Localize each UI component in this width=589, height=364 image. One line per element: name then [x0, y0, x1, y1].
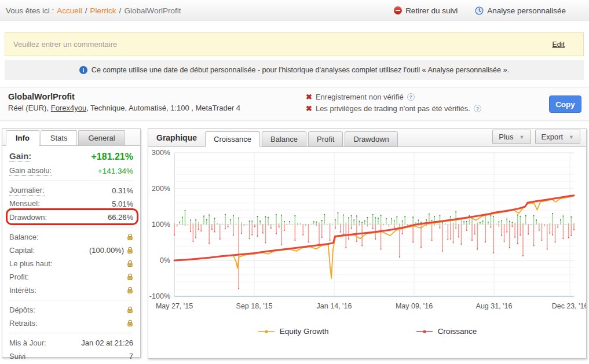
stats-panel: Info Stats General Gain: +181.21% Gain a… [2, 128, 141, 358]
stat-value-mensuel: 5.01% [112, 200, 133, 208]
tab-info[interactable]: Info [6, 130, 39, 146]
lock-icon [127, 319, 133, 327]
breadcrumb-separator: / [85, 6, 87, 15]
export-dropdown-label: Export [542, 133, 564, 141]
info-icon: i [79, 66, 87, 74]
lock-icon [127, 306, 133, 314]
stat-label-depots: Dépôts: [9, 306, 35, 314]
divider [9, 181, 133, 181]
legend-marker-croissance [416, 329, 433, 334]
chart-header: Graphique Croissance Balance Profit Draw… [148, 129, 586, 147]
chart-card: Graphique Croissance Balance Profit Draw… [148, 128, 587, 359]
stat-label-gain-absolu: Gain absolu: [9, 166, 52, 176]
breadcrumb: Vous êtes ici : Accueil / Pierrick / Glo… [6, 6, 181, 15]
breadcrumb-bar: Vous êtes ici : Accueil / Pierrick / Glo… [0, 0, 589, 21]
stat-label-retraits: Retraits: [9, 319, 37, 328]
comment-placeholder: Veuillez entrer un commentaire [13, 40, 117, 49]
svg-text:0%: 0% [160, 256, 170, 264]
tab-stats[interactable]: Stats [41, 130, 78, 146]
lock-icon [127, 273, 133, 281]
red-x-icon: ✖ [306, 105, 312, 112]
tab-croissance[interactable]: Croissance [205, 131, 260, 147]
chevron-down-icon: ▼ [520, 134, 525, 140]
stat-row-mis-a-jour: Mis à Jour: Jan 02 at 21:26 [9, 336, 133, 350]
comment-input[interactable]: Veuillez entrer un commentaire Edit [5, 32, 584, 56]
stats-panel-tabs: Info Stats General [2, 129, 140, 146]
plus-dropdown-label: Plus [499, 133, 513, 141]
warning-row: ✖ Les privilèges de trading n'ont pas ét… [306, 104, 481, 113]
chart-title: Graphique [156, 133, 197, 142]
breadcrumb-link-accueil[interactable]: Accueil [57, 6, 82, 15]
stat-row-interets: Intérêts: [9, 284, 133, 297]
minus-circle-icon [394, 6, 402, 14]
legend-marker-equity [258, 329, 275, 334]
custom-analysis-label: Analyse personnalisée [487, 6, 566, 15]
export-dropdown[interactable]: Export ▼ [535, 130, 581, 144]
legend-item-croissance[interactable]: Croissance [416, 327, 477, 336]
stat-label-capital: Capital: [9, 246, 35, 255]
stat-label-gain: Gain: [9, 151, 31, 162]
stat-label-balance: Balance: [9, 233, 39, 241]
stat-value-suivi: 7 [129, 352, 133, 361]
stat-row-capital: Capital: (100.00%) [9, 244, 133, 257]
stat-label-suivi: Suivi [9, 352, 25, 361]
stat-row-gain-absolu: Gain absolu: +141.34% [9, 164, 133, 178]
stat-row-drawdown: Drawdown: 66.26% [9, 211, 133, 224]
chevron-down-icon: ▼ [569, 134, 574, 140]
custom-analysis-button[interactable]: Analyse personnalisée [475, 6, 566, 15]
legend-label: Croissance [438, 327, 477, 336]
svg-text:300%: 300% [152, 149, 170, 157]
legend-item-equity-growth[interactable]: Equity Growth [258, 327, 329, 336]
divider [9, 227, 133, 227]
red-x-icon: ✖ [306, 93, 312, 101]
account-details-pre: Réel (EUR), [8, 104, 49, 112]
account-details: Réel (EUR), Forex4you, Technique, Automa… [8, 104, 240, 112]
tab-drawdown[interactable]: Drawdown [345, 131, 397, 147]
edit-comment-link[interactable]: Edit [552, 41, 565, 49]
stat-label-drawdown: Drawdown: [9, 213, 47, 222]
tab-general[interactable]: General [78, 130, 125, 145]
stat-row-depots: Dépôts: [9, 303, 133, 317]
tab-profit[interactable]: Profit [308, 131, 343, 147]
svg-text:Jan 14, '16: Jan 14, '16 [317, 302, 352, 310]
remove-from-watch-button[interactable]: Retirer du suivi [394, 6, 458, 15]
divider [9, 300, 133, 300]
plus-dropdown[interactable]: Plus ▼ [492, 130, 531, 144]
svg-text:May 27, '15: May 27, '15 [156, 302, 193, 310]
lock-icon [127, 260, 133, 267]
warning-text: Les privilèges de trading n'ont pas été … [316, 104, 470, 113]
legend-label: Equity Growth [280, 327, 329, 336]
svg-text:200%: 200% [152, 185, 170, 193]
breadcrumb-link-pierrick[interactable]: Pierrick [90, 6, 116, 15]
divider [9, 333, 133, 333]
warning-row: ✖ Enregistrement non vérifié ? [306, 93, 481, 101]
account-name: GlobalWorlProfit [8, 92, 240, 101]
help-icon[interactable]: ? [407, 93, 415, 101]
svg-text:Aug 31, '16: Aug 31, '16 [476, 302, 513, 310]
verification-warnings: ✖ Enregistrement non vérifié ? ✖ Les pri… [306, 93, 481, 116]
stat-label-mis-a-jour: Mis à Jour: [9, 339, 46, 347]
clock-icon [475, 6, 484, 15]
tab-balance[interactable]: Balance [262, 131, 306, 147]
broker-link[interactable]: Forex4you [51, 104, 86, 112]
stat-label-le-plus-haut: Le plus haut: [9, 259, 52, 268]
remove-from-watch-label: Retirer du suivi [405, 6, 458, 15]
stat-value-gain: +181.21% [91, 152, 133, 162]
stat-row-gain: Gain: +181.21% [9, 149, 133, 164]
help-icon[interactable]: ? [474, 105, 481, 112]
copy-button[interactable]: Copy [549, 95, 581, 113]
stat-value-journalier: 0.31% [112, 186, 133, 195]
stat-value-gain-absolu: +141.34% [98, 167, 133, 175]
stat-label-interets: Intérêts: [9, 286, 36, 295]
account-header: GlobalWorlProfit Réel (EUR), Forex4you, … [0, 87, 589, 120]
chart-legend: Equity Growth Croissance [148, 327, 586, 336]
stat-row-balance: Balance: [9, 230, 133, 244]
svg-text:May 09, '16: May 09, '16 [396, 302, 433, 310]
stat-row-profit: Profit: [9, 270, 133, 284]
stat-value-capital: (100.00%) [89, 246, 124, 255]
lock-icon [127, 286, 133, 294]
breadcrumb-prefix: Vous êtes ici : [6, 6, 54, 15]
stat-label-journalier: Journalier: [9, 186, 45, 196]
warning-text: Enregistrement non vérifié [316, 93, 404, 101]
growth-chart[interactable]: 300%200%100%0%-100%May 27, '15Sep 18, '1… [148, 147, 586, 321]
